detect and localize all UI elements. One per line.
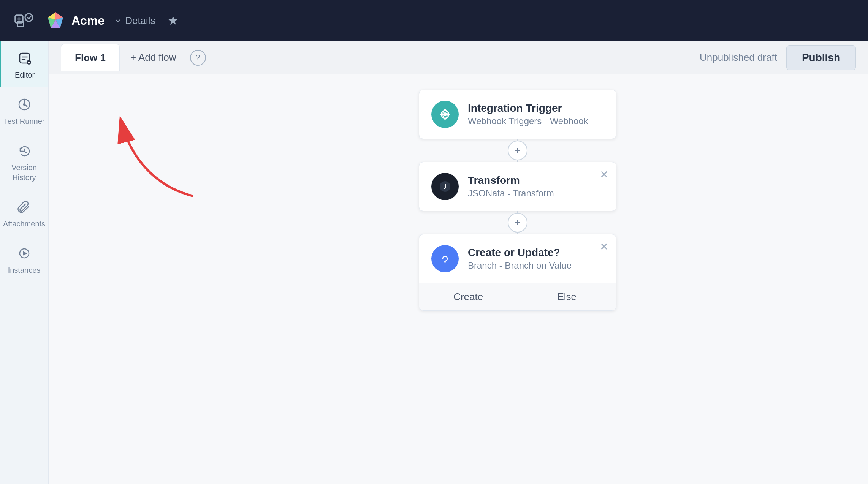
- svg-point-12: [24, 104, 25, 105]
- content-area: Flow 1 + Add flow ? Unpublished draft Pu…: [49, 41, 868, 484]
- sidebar-item-attachments[interactable]: Attachments: [0, 190, 48, 236]
- main-layout: Editor Test Runner Version History: [0, 41, 868, 484]
- instances-label: Instances: [8, 265, 41, 275]
- brand-gem-icon: [46, 11, 65, 30]
- sidebar: Editor Test Runner Version History: [0, 41, 49, 484]
- branch-header: Create or Update? Branch - Branch on Val…: [419, 234, 616, 283]
- svg-point-3: [25, 14, 33, 21]
- branch-option-create[interactable]: Create: [419, 283, 518, 310]
- integration-trigger-title: Integration Trigger: [468, 102, 604, 114]
- arrow-annotation: [87, 97, 208, 205]
- branch-footer: Create Else: [419, 283, 616, 310]
- sidebar-item-test-runner[interactable]: Test Runner: [0, 87, 48, 134]
- svg-text:J: J: [444, 183, 447, 190]
- transform-content: Transform JSONata - Transform: [468, 174, 604, 199]
- top-navigation: Acme Details ★: [0, 0, 868, 41]
- svg-marker-14: [23, 251, 27, 256]
- branch-title: Create or Update?: [468, 247, 604, 259]
- branch-icon: [431, 245, 459, 272]
- transform-close-button[interactable]: ✕: [598, 168, 610, 180]
- help-icon[interactable]: ?: [190, 50, 206, 66]
- brand-name: Acme: [71, 14, 105, 28]
- connector-2: +: [517, 211, 518, 234]
- publish-button[interactable]: Publish: [786, 45, 856, 70]
- add-node-button-1[interactable]: +: [508, 141, 527, 160]
- editor-label: Editor: [15, 70, 35, 80]
- brand-section: Acme: [46, 11, 105, 30]
- connector-1: +: [517, 139, 518, 162]
- flow-canvas: Integration Trigger Webhook Triggers - W…: [49, 74, 868, 484]
- svg-point-21: [444, 261, 446, 263]
- transform-subtitle: JSONata - Transform: [468, 188, 604, 199]
- branch-content: Create or Update? Branch - Branch on Val…: [468, 247, 604, 271]
- favorite-star-icon[interactable]: ★: [168, 13, 179, 28]
- details-button[interactable]: Details: [114, 15, 155, 27]
- transform-node[interactable]: J Transform JSONata - Transform ✕: [419, 162, 616, 211]
- attachments-label: Attachments: [3, 219, 45, 229]
- branch-close-button[interactable]: ✕: [598, 240, 610, 253]
- flow-nodes-container: Integration Trigger Webhook Triggers - W…: [419, 90, 616, 311]
- unpublished-status: Unpublished draft: [700, 52, 777, 63]
- add-node-button-2[interactable]: +: [508, 213, 527, 233]
- integration-trigger-content: Integration Trigger Webhook Triggers - W…: [468, 102, 604, 127]
- sidebar-item-editor[interactable]: Editor: [0, 41, 48, 87]
- transform-title: Transform: [468, 174, 604, 187]
- transform-icon: J: [431, 173, 459, 200]
- branch-option-else[interactable]: Else: [518, 283, 616, 310]
- tabs-bar: Flow 1 + Add flow ? Unpublished draft Pu…: [49, 41, 868, 74]
- app-logo-icon[interactable]: [12, 8, 36, 33]
- integration-trigger-node[interactable]: Integration Trigger Webhook Triggers - W…: [419, 90, 616, 139]
- version-history-label: Version History: [3, 163, 45, 182]
- branch-node[interactable]: Create or Update? Branch - Branch on Val…: [419, 234, 616, 311]
- branch-subtitle: Branch - Branch on Value: [468, 260, 604, 271]
- sidebar-item-version-history[interactable]: Version History: [0, 134, 48, 190]
- sidebar-item-instances[interactable]: Instances: [0, 236, 48, 283]
- tab-flow-1[interactable]: Flow 1: [61, 44, 120, 71]
- add-flow-button[interactable]: + Add flow: [121, 47, 185, 68]
- test-runner-label: Test Runner: [4, 116, 45, 126]
- integration-trigger-icon: [431, 101, 459, 128]
- integration-trigger-subtitle: Webhook Triggers - Webhook: [468, 116, 604, 127]
